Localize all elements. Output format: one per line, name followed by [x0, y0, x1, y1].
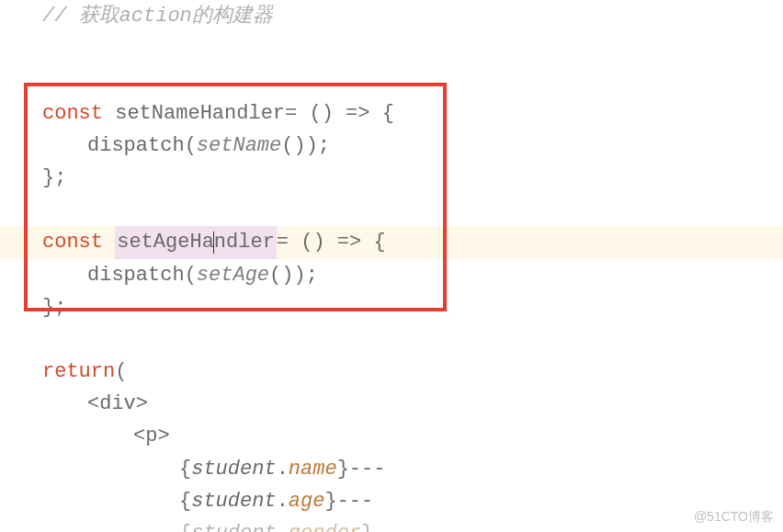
blank-line: [0, 323, 783, 356]
obj-ref: student: [191, 485, 276, 517]
punct: ());: [281, 130, 330, 162]
punct: };: [42, 162, 66, 194]
func-call: setName: [197, 130, 281, 162]
dot: .: [277, 485, 289, 517]
blank-line: [0, 64, 783, 96]
code-line: { student . name } ---: [0, 453, 783, 485]
code-line: <div>: [0, 388, 783, 420]
code-block: // 获取action的构建器 const setNameHandler = (…: [0, 0, 783, 532]
punct: (: [115, 356, 127, 388]
identifier-selected: setAgeHandler: [115, 226, 277, 258]
code-line: <p>: [0, 420, 783, 452]
identifier: setNameHandler: [115, 97, 285, 130]
blank-line: [0, 32, 783, 64]
dash-text: ---: [337, 485, 374, 517]
obj-ref: student: [191, 517, 276, 532]
code-line: const setNameHandler = () => {: [0, 97, 783, 130]
identifier: dispatch: [87, 259, 185, 291]
dot: .: [277, 453, 289, 485]
brace: }: [324, 485, 336, 517]
code-line: };: [0, 291, 783, 323]
code-line-highlighted: const setAgeHandler = () => {: [0, 226, 783, 258]
brace: }: [361, 517, 373, 532]
code-line: { student . age } ---: [0, 485, 783, 517]
dash-text: ---: [349, 453, 386, 485]
property: name: [289, 453, 337, 485]
brace: {: [179, 453, 191, 485]
property: gender: [289, 517, 361, 532]
code-line: dispatch ( setAge ());: [0, 259, 783, 291]
comment-text: // 获取action的构建器: [42, 0, 273, 32]
brace: }: [337, 453, 349, 485]
watermark-text: @51CTO博客: [694, 506, 774, 526]
punct: ());: [269, 259, 318, 291]
code-line: };: [0, 162, 783, 194]
property: age: [289, 485, 325, 517]
punct: = () => {: [285, 97, 394, 130]
keyword-return: return: [42, 356, 115, 388]
code-line: // 获取action的构建器: [0, 0, 783, 32]
dot: .: [277, 517, 289, 532]
jsx-tag: <p>: [133, 420, 170, 452]
obj-ref: student: [191, 453, 276, 485]
punct: = () => {: [277, 226, 386, 258]
code-line: dispatch ( setName ());: [0, 130, 783, 162]
blank-line: [0, 194, 783, 226]
code-line: { student . gender } ---: [0, 517, 783, 532]
jsx-tag: <div>: [87, 388, 148, 420]
dash-text: ---: [373, 517, 410, 532]
punct: };: [42, 291, 66, 323]
punct: (: [185, 259, 197, 291]
identifier: dispatch: [87, 130, 185, 162]
brace: {: [179, 517, 191, 532]
keyword-const: const: [42, 226, 103, 258]
func-call: setAge: [197, 259, 269, 291]
punct: (: [185, 130, 197, 162]
code-line: return (: [0, 356, 783, 388]
keyword-const: const: [42, 97, 103, 130]
brace: {: [179, 485, 191, 517]
